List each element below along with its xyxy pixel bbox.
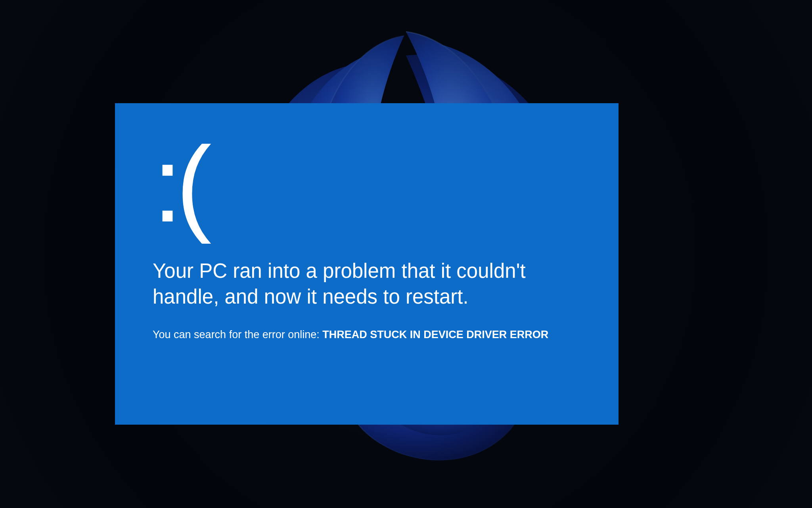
bsod-main-message: Your PC ran into a problem that it could…	[153, 258, 581, 310]
bsod-search-line: You can search for the error online: THR…	[153, 329, 581, 341]
sad-face-icon: :(	[153, 139, 581, 230]
bsod-error-code: THREAD STUCK IN DEVICE DRIVER ERROR	[322, 329, 548, 341]
bsod-error-panel: :( Your PC ran into a problem that it co…	[115, 103, 619, 425]
bsod-search-prefix: You can search for the error online:	[153, 329, 322, 341]
